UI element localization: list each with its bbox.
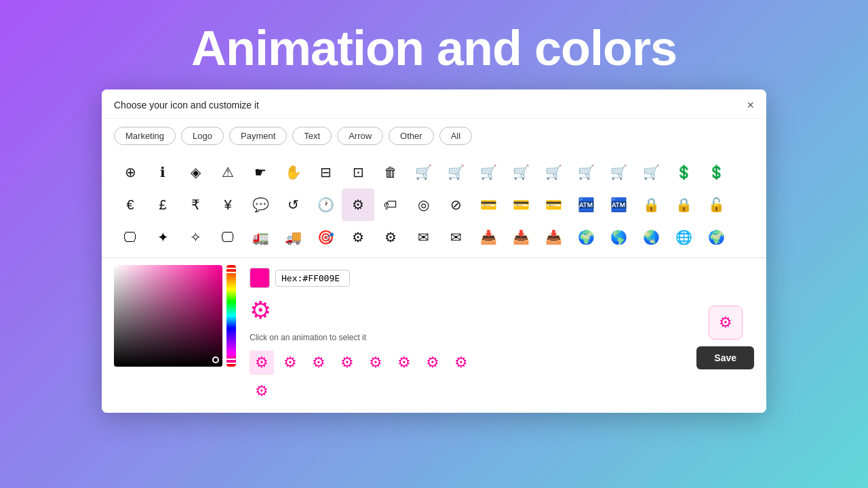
icon-cell[interactable]: 💳 <box>472 188 505 221</box>
tab-payment[interactable]: Payment <box>229 127 287 145</box>
icon-cell[interactable]: ⚙ <box>342 221 374 253</box>
icon-cell[interactable]: ⚠ <box>212 156 244 188</box>
icon-cell[interactable]: 🛒 <box>472 156 505 188</box>
slider-cursor-bottom <box>225 359 237 364</box>
icon-cell[interactable]: € <box>114 188 146 221</box>
anim-variant-7[interactable]: ⚙ <box>420 350 445 375</box>
save-button[interactable]: Save <box>696 346 754 369</box>
dialog-body: Marketing Logo Payment Text Arrow Other … <box>102 119 766 413</box>
icon-cell[interactable]: 💳 <box>537 188 570 221</box>
color-gradient-background <box>114 265 222 367</box>
anim-variant-4[interactable]: ⚙ <box>335 350 359 375</box>
anim-variant-1[interactable]: ⚙ <box>250 350 274 375</box>
icon-cell[interactable]: ⊡ <box>342 156 374 188</box>
icon-cell[interactable]: 📥 <box>505 221 537 253</box>
icon-cell[interactable]: 🌏 <box>635 221 667 253</box>
anim-variant-3[interactable]: ⚙ <box>307 350 331 375</box>
icon-cell[interactable]: £ <box>146 188 179 221</box>
icon-cell[interactable]: 📥 <box>472 221 505 253</box>
icon-cell[interactable]: 🔓 <box>700 188 732 221</box>
icon-cell[interactable]: 📥 <box>537 221 570 253</box>
icon-cell[interactable]: 🛒 <box>570 156 602 188</box>
icon-cell[interactable]: ⊕ <box>114 156 146 188</box>
icon-cell[interactable]: 🛒 <box>602 156 635 188</box>
icon-cell[interactable]: ⊟ <box>309 156 342 188</box>
color-slider[interactable] <box>226 265 236 367</box>
icon-cell[interactable]: ↺ <box>277 188 309 221</box>
anim-variant-9[interactable]: ⚙ <box>250 379 274 403</box>
anim-variant-6[interactable]: ⚙ <box>392 350 416 375</box>
anim-variant-2[interactable]: ⚙ <box>278 350 302 375</box>
page-title: Animation and colors <box>191 20 677 76</box>
icon-cell[interactable]: ℹ <box>146 156 179 188</box>
hex-input[interactable] <box>275 270 350 287</box>
icon-cell[interactable]: 🌐 <box>667 221 700 253</box>
bottom-section: ⚙ Click on an animation to select it ⚙ ⚙… <box>102 258 766 413</box>
icon-cell[interactable]: ✉ <box>407 221 439 253</box>
icon-cell[interactable]: 🖵 <box>212 221 244 253</box>
icon-cell[interactable]: 🎯 <box>309 221 342 253</box>
icon-cell[interactable]: ⊘ <box>439 188 472 221</box>
icon-cell[interactable]: ✋ <box>277 156 309 188</box>
icon-cell[interactable]: 🛒 <box>537 156 570 188</box>
icon-cell[interactable]: 💲 <box>667 156 700 188</box>
color-controls: ⚙ Click on an animation to select it ⚙ ⚙… <box>250 265 683 403</box>
preview-icon: ⚙ <box>250 296 271 325</box>
icon-cell[interactable]: ₹ <box>179 188 212 221</box>
color-picker-area <box>114 265 236 367</box>
tab-other[interactable]: Other <box>389 127 434 145</box>
icon-cell-selected[interactable]: ⚙ <box>342 188 374 221</box>
icon-cell[interactable]: 🌍 <box>570 221 602 253</box>
animation-variants: ⚙ ⚙ ⚙ ⚙ ⚙ ⚙ ⚙ ⚙ ⚙ <box>250 350 480 403</box>
icon-cell[interactable]: ◈ <box>179 156 212 188</box>
icon-cell[interactable]: 🔒 <box>635 188 667 221</box>
gradient-cursor[interactable] <box>212 357 219 363</box>
icon-cell[interactable]: 🗑 <box>374 156 407 188</box>
icons-grid: ⊕ ℹ ◈ ⚠ ☛ ✋ ⊟ ⊡ 🗑 🛒 🛒 🛒 🛒 🛒 🛒 🛒 🛒 💲 💲 <box>114 156 754 253</box>
icon-cell[interactable]: 🖵 <box>114 221 146 253</box>
color-swatch[interactable] <box>250 268 270 288</box>
anim-variant-5[interactable]: ⚙ <box>363 350 388 375</box>
icon-cell[interactable]: ¥ <box>212 188 244 221</box>
tabs-row: Marketing Logo Payment Text Arrow Other … <box>102 119 766 150</box>
icon-cell[interactable]: 🏷 <box>374 188 407 221</box>
dialog-title: Choose your icon and customize it <box>114 100 259 110</box>
icon-cell[interactable]: 🕐 <box>309 188 342 221</box>
icons-section: ⊕ ℹ ◈ ⚠ ☛ ✋ ⊟ ⊡ 🗑 🛒 🛒 🛒 🛒 🛒 🛒 🛒 🛒 💲 💲 <box>102 150 766 258</box>
slider-cursor-top <box>225 268 237 273</box>
icon-cell[interactable]: 💳 <box>505 188 537 221</box>
dialog: Choose your icon and customize it × Mark… <box>102 89 766 413</box>
color-gradient[interactable] <box>114 265 222 367</box>
icon-cell[interactable]: 🔒 <box>667 188 700 221</box>
icon-cell[interactable]: ✦ <box>146 221 179 253</box>
icon-cell[interactable]: 🛒 <box>407 156 439 188</box>
icon-cell[interactable]: 🏧 <box>602 188 635 221</box>
tab-text[interactable]: Text <box>292 127 332 145</box>
icon-cell[interactable]: 🚚 <box>277 221 309 253</box>
icon-cell[interactable]: ◎ <box>407 188 439 221</box>
color-input-row <box>250 268 350 288</box>
tab-logo[interactable]: Logo <box>181 127 224 145</box>
animation-hint: Click on an animation to select it <box>250 333 366 342</box>
icon-cell[interactable]: 🛒 <box>635 156 667 188</box>
tab-all[interactable]: All <box>439 127 472 145</box>
icon-cell[interactable]: 🛒 <box>505 156 537 188</box>
icon-cell[interactable]: 💬 <box>244 188 277 221</box>
tab-marketing[interactable]: Marketing <box>114 127 176 145</box>
tab-arrow[interactable]: Arrow <box>337 127 383 145</box>
icon-cell[interactable]: ✉ <box>439 221 472 253</box>
icon-cell[interactable]: 🛒 <box>439 156 472 188</box>
save-area: ⚙ Save <box>696 265 754 369</box>
icon-cell[interactable]: 🚛 <box>244 221 277 253</box>
icon-cell[interactable]: 🌍 <box>700 221 732 253</box>
icon-cell[interactable]: ⚙ <box>374 221 407 253</box>
icon-cell[interactable]: 💲 <box>700 156 732 188</box>
icon-cell[interactable]: 🏧 <box>570 188 602 221</box>
anim-variant-8[interactable]: ⚙ <box>449 350 473 375</box>
save-preview-icon: ⚙ <box>709 306 743 340</box>
close-button[interactable]: × <box>747 99 754 111</box>
icon-cell[interactable]: 🌎 <box>602 221 635 253</box>
icon-cell[interactable]: ✧ <box>179 221 212 253</box>
dialog-header: Choose your icon and customize it × <box>102 89 766 119</box>
icon-cell[interactable]: ☛ <box>244 156 277 188</box>
